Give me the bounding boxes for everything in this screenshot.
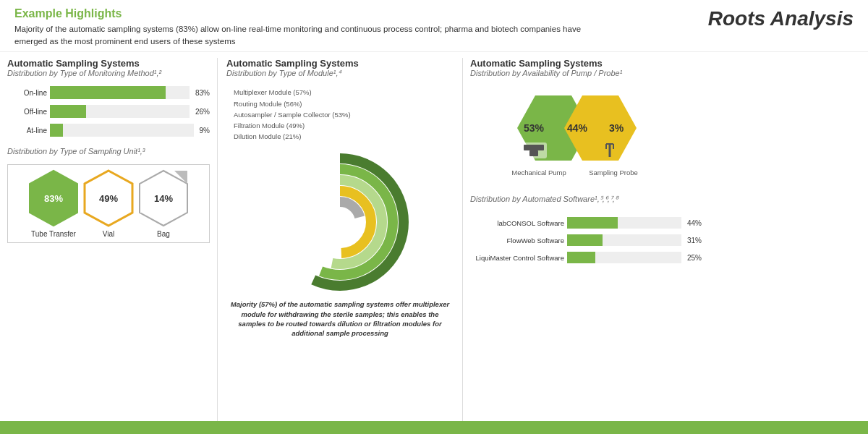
svg-rect-15 bbox=[524, 145, 544, 150]
module-label-4: Filtration Module (49%) bbox=[234, 120, 454, 131]
module-label-3: Autosampler / Sample Collector (53%) bbox=[234, 109, 454, 120]
panel2-header: Automatic Sampling Systems Distribution … bbox=[226, 58, 454, 82]
sw-bar-fill-3 bbox=[567, 252, 595, 263]
sw-bar-fill-1 bbox=[567, 217, 618, 229]
sw-bar-track-2 bbox=[567, 234, 681, 246]
header: Example Highlights Majority of the autom… bbox=[0, 0, 868, 52]
svg-text:44%: 44% bbox=[567, 122, 588, 134]
bar-row-atline: At-line 9% bbox=[7, 124, 210, 137]
svg-point-7 bbox=[309, 191, 371, 253]
main-content: Automatic Sampling Systems Distribution … bbox=[0, 52, 868, 421]
sampling-unit-hexes: 83% Tube Transfer 49% Vial bbox=[7, 164, 210, 243]
hex-pct-bag: 14% bbox=[154, 193, 173, 204]
sw-bar-row-1: labCONSOL Software 44% bbox=[470, 217, 702, 229]
svg-text:Sampling Probe: Sampling Probe bbox=[589, 169, 638, 176]
panel-3: Automatic Sampling Systems Distribution … bbox=[470, 58, 702, 421]
footer-bar bbox=[0, 421, 868, 434]
sw-bar-pct-3: 25% bbox=[687, 254, 702, 262]
sw-bar-track-1 bbox=[567, 217, 681, 229]
bar-fill-online bbox=[50, 86, 166, 99]
panel1-title: Automatic Sampling Systems Distribution … bbox=[7, 58, 210, 82]
panel3-header: Automatic Sampling Systems Distribution … bbox=[470, 58, 702, 82]
bar-label-online: On-line bbox=[7, 89, 47, 97]
pump-probe-svg: 53% 44% 3% Mechanical Pump Sampling Prob… bbox=[477, 92, 694, 186]
panel-1: Automatic Sampling Systems Distribution … bbox=[7, 58, 210, 421]
bar-pct-online: 83% bbox=[195, 89, 210, 97]
bar-fill-offline bbox=[50, 105, 86, 118]
software-chart: labCONSOL Software 44% FlowWeb Software … bbox=[470, 217, 702, 269]
sw-bar-pct-2: 31% bbox=[687, 237, 702, 244]
sw-bar-row-3: LiquiMaster Control Software 25% bbox=[470, 252, 702, 263]
bar-track-online bbox=[50, 86, 190, 99]
bar-pct-offline: 26% bbox=[195, 108, 210, 116]
hex-tube-transfer: 83% Tube Transfer bbox=[28, 169, 79, 238]
donut-footnote: Majority (57%) of the automatic sampling… bbox=[226, 299, 454, 338]
sw-bar-label-1: labCONSOL Software bbox=[470, 219, 564, 227]
hex-container-tube: 83% bbox=[28, 169, 79, 227]
sw-bar-label-3: LiquiMaster Control Software bbox=[470, 254, 564, 262]
svg-text:53%: 53% bbox=[524, 122, 545, 134]
sw-bar-pct-1: 44% bbox=[687, 219, 702, 227]
svg-rect-16 bbox=[529, 150, 538, 156]
hex-bag: 14% Bag bbox=[138, 169, 189, 238]
panel-2: Automatic Sampling Systems Distribution … bbox=[217, 58, 463, 421]
donut-svg bbox=[260, 146, 420, 291]
pump-probe-area: 53% 44% 3% Mechanical Pump Sampling Prob… bbox=[470, 92, 702, 186]
hex-pct-tube: 83% bbox=[44, 193, 63, 204]
bar-label-offline: Off-line bbox=[7, 108, 47, 116]
module-label-2: Routing Module (56%) bbox=[234, 98, 454, 109]
header-logo: Roots Analysis bbox=[694, 7, 854, 30]
panel3-subtitle2: Distribution by Automated Software¹,⁵,⁶,… bbox=[470, 195, 702, 204]
hex-label-bag: Bag bbox=[157, 230, 170, 238]
hex-pct-vial: 49% bbox=[99, 193, 118, 204]
bar-fill-atline bbox=[50, 124, 63, 137]
sw-bar-row-2: FlowWeb Software 31% bbox=[470, 234, 702, 246]
panel1-subtitle2: Distribution by Type of Sampling Unit¹,³ bbox=[7, 147, 210, 156]
donut-chart-area bbox=[226, 146, 454, 291]
svg-point-8 bbox=[320, 202, 360, 242]
monitoring-method-chart: On-line 83% Off-line 26% At-line 9% bbox=[7, 86, 210, 142]
header-left: Example Highlights Majority of the autom… bbox=[14, 7, 694, 47]
module-label-1: Multiplexer Module (57%) bbox=[234, 87, 454, 98]
module-labels: Multiplexer Module (57%) Routing Module … bbox=[226, 87, 454, 142]
bar-row-offline: Off-line 26% bbox=[7, 105, 210, 118]
bar-row-online: On-line 83% bbox=[7, 86, 210, 99]
hex-container-bag: 14% bbox=[138, 169, 189, 227]
header-title: Example Highlights bbox=[14, 7, 694, 20]
bar-pct-atline: 9% bbox=[200, 127, 210, 135]
bar-track-offline bbox=[50, 105, 190, 118]
svg-text:3%: 3% bbox=[609, 122, 624, 134]
hex-label-tube: Tube Transfer bbox=[31, 230, 76, 238]
module-label-5: Dilution Module (21%) bbox=[234, 131, 454, 142]
sw-bar-label-2: FlowWeb Software bbox=[470, 237, 564, 244]
bar-track-atline bbox=[50, 124, 194, 137]
sw-bar-track-3 bbox=[567, 252, 681, 263]
hex-label-vial: Vial bbox=[103, 230, 115, 238]
bar-label-atline: At-line bbox=[7, 127, 47, 135]
header-description: Majority of the automatic sampling syste… bbox=[14, 23, 608, 47]
sw-bar-fill-2 bbox=[567, 234, 603, 246]
hex-container-vial: 49% bbox=[83, 169, 134, 227]
svg-text:Mechanical Pump: Mechanical Pump bbox=[511, 169, 566, 176]
hex-vial: 49% Vial bbox=[83, 169, 134, 238]
